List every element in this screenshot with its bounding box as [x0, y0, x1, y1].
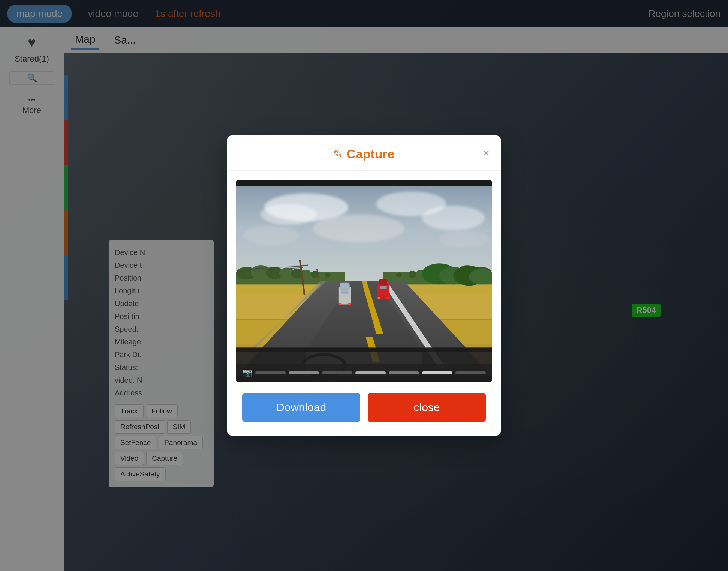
ctrl-seg-5: [389, 371, 419, 374]
svg-rect-61: [377, 297, 380, 299]
svg-point-34: [408, 271, 416, 278]
svg-point-4: [422, 206, 485, 230]
svg-rect-57: [348, 303, 351, 305]
modal-overlay: ✎ Capture ×: [0, 0, 728, 571]
modal-close-icon-button[interactable]: ×: [482, 147, 490, 159]
dashcam-image: 📷: [236, 180, 492, 382]
ctrl-seg-2: [289, 371, 319, 374]
ctrl-seg-6: [422, 371, 452, 374]
svg-rect-60: [380, 286, 387, 289]
road-scene-svg: [236, 180, 492, 382]
ctrl-seg-4: [355, 371, 386, 374]
ctrl-seg-3: [322, 371, 352, 374]
close-action-button[interactable]: close: [368, 393, 486, 422]
download-button[interactable]: Download: [242, 393, 360, 422]
svg-rect-54: [340, 284, 349, 289]
svg-point-5: [313, 214, 404, 242]
svg-point-36: [396, 273, 402, 278]
svg-point-2: [261, 204, 316, 225]
svg-rect-58: [377, 283, 389, 299]
capture-title-icon: ✎: [333, 147, 343, 161]
capture-modal: ✎ Capture ×: [227, 135, 501, 436]
svg-rect-56: [339, 303, 341, 305]
svg-rect-55: [341, 290, 349, 294]
svg-point-7: [439, 230, 488, 248]
svg-point-26: [331, 273, 336, 278]
svg-point-6: [243, 225, 299, 245]
modal-body: 📷: [227, 171, 501, 393]
modal-footer: Download close: [227, 393, 501, 436]
svg-point-24: [319, 272, 326, 278]
svg-rect-62: [386, 297, 389, 299]
image-controls: 📷: [236, 364, 492, 382]
modal-header: ✎ Capture ×: [227, 135, 501, 171]
svg-point-35: [402, 272, 409, 278]
svg-point-37: [391, 273, 395, 278]
svg-rect-59: [379, 279, 387, 285]
svg-rect-64: [236, 348, 492, 352]
ctrl-seg-1: [255, 371, 286, 374]
modal-title: Capture: [346, 147, 394, 161]
ctrl-seg-7: [455, 371, 486, 374]
camera-icon: 📷: [242, 368, 252, 378]
